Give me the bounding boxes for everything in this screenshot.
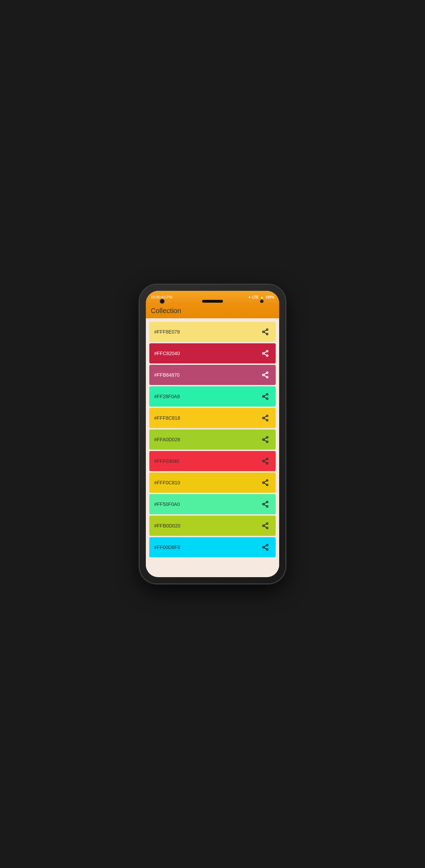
color-hex-label: #FFB0D020 bbox=[154, 523, 180, 529]
share-button[interactable] bbox=[260, 520, 271, 531]
svg-line-33 bbox=[264, 459, 267, 461]
svg-line-9 bbox=[264, 354, 267, 355]
color-hex-label: #FFF0C810 bbox=[154, 480, 180, 485]
color-item: #FFB0D020 bbox=[149, 516, 276, 536]
signal-bars-icon: ▲ bbox=[260, 295, 264, 299]
color-hex-label: #FFF03040 bbox=[154, 458, 179, 464]
color-item: #FFA0D028 bbox=[149, 429, 276, 450]
lte-label: LTE bbox=[252, 295, 258, 299]
color-hex-label: #FF50F0A0 bbox=[154, 501, 180, 507]
phone-screen: 10:00:43 PM ▾ LTE ▲ 100% Collection #FFF… bbox=[146, 291, 279, 577]
svg-line-8 bbox=[264, 352, 267, 353]
color-item: #FF50F0A0 bbox=[149, 494, 276, 514]
color-item: #FF00D8F8 bbox=[149, 537, 276, 557]
svg-line-4 bbox=[264, 332, 267, 334]
color-hex-label: #FF28F0A8 bbox=[154, 394, 180, 399]
svg-line-29 bbox=[264, 440, 267, 441]
color-hex-label: #FFF8E078 bbox=[154, 329, 180, 335]
svg-line-38 bbox=[264, 481, 267, 482]
color-item: #FFF8C818 bbox=[149, 408, 276, 428]
app-bar-title: Collection bbox=[151, 307, 274, 315]
svg-line-44 bbox=[264, 505, 267, 506]
svg-line-14 bbox=[264, 375, 267, 377]
share-button[interactable] bbox=[260, 369, 271, 380]
status-bar: 10:00:43 PM ▾ LTE ▲ 100% bbox=[146, 291, 279, 303]
color-item: #FFF8E078 bbox=[149, 322, 276, 342]
svg-line-23 bbox=[264, 416, 267, 418]
share-button[interactable] bbox=[260, 542, 271, 553]
status-icons: ▾ LTE ▲ 100% bbox=[249, 295, 274, 299]
color-hex-label: #FF00D8F8 bbox=[154, 544, 180, 550]
color-item: #FFF0C810 bbox=[149, 473, 276, 493]
svg-line-48 bbox=[264, 524, 267, 525]
share-button[interactable] bbox=[260, 412, 271, 424]
color-hex-label: #FFF8C818 bbox=[154, 415, 180, 421]
share-button[interactable] bbox=[260, 499, 271, 510]
svg-line-28 bbox=[264, 438, 267, 439]
status-time: 10:00:43 PM bbox=[151, 295, 172, 299]
share-button[interactable] bbox=[260, 456, 271, 467]
share-button[interactable] bbox=[260, 348, 271, 359]
svg-line-53 bbox=[264, 546, 267, 547]
color-item: #FF28F0A8 bbox=[149, 386, 276, 407]
share-button[interactable] bbox=[260, 391, 271, 402]
battery-label: 100% bbox=[265, 295, 274, 299]
color-hex-label: #FFC82040 bbox=[154, 351, 180, 356]
share-button[interactable] bbox=[260, 477, 271, 488]
color-item: #FFF03040 bbox=[149, 451, 276, 471]
svg-line-49 bbox=[264, 526, 267, 527]
svg-line-19 bbox=[264, 397, 267, 398]
color-hex-label: #FFB84870 bbox=[154, 372, 180, 378]
color-hex-label: #FFA0D028 bbox=[154, 437, 180, 442]
share-button[interactable] bbox=[260, 326, 271, 337]
svg-line-24 bbox=[264, 418, 267, 420]
color-list: #FFF8E078 #FFC82040 #FFB84870 #FF28F0A8 … bbox=[146, 318, 279, 562]
svg-line-54 bbox=[264, 548, 267, 549]
svg-line-43 bbox=[264, 502, 267, 504]
svg-line-18 bbox=[264, 395, 267, 396]
app-bar: Collection bbox=[146, 303, 279, 318]
color-list-container: #FFF8E078 #FFC82040 #FFB84870 #FF28F0A8 … bbox=[146, 318, 279, 577]
color-item: #FFC82040 bbox=[149, 343, 276, 363]
svg-line-39 bbox=[264, 483, 267, 484]
svg-line-13 bbox=[264, 373, 267, 375]
phone-frame: 10:00:43 PM ▾ LTE ▲ 100% Collection #FFF… bbox=[140, 285, 285, 583]
wifi-icon: ▾ bbox=[249, 295, 250, 299]
share-button[interactable] bbox=[260, 434, 271, 445]
svg-line-34 bbox=[264, 461, 267, 463]
svg-line-3 bbox=[264, 330, 267, 331]
color-item: #FFB84870 bbox=[149, 365, 276, 385]
